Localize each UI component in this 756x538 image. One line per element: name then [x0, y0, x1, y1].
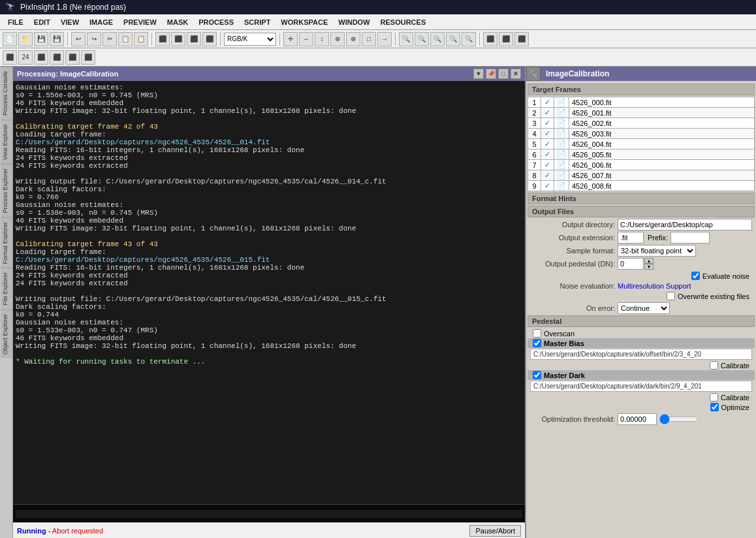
btn5[interactable]: 📋: [134, 32, 148, 46]
master-bias-calibrate-checkbox[interactable]: [710, 361, 718, 370]
master-dark-checkbox[interactable]: [533, 371, 541, 379]
btn11[interactable]: ↔: [299, 32, 313, 46]
side-tab-object-explorer[interactable]: Object Explorer: [1, 309, 12, 358]
console-output[interactable]: Gaussian noise estimates: s0 = 1.556e-00…: [13, 81, 525, 504]
menu-preview[interactable]: PREVIEW: [118, 17, 162, 27]
master-bias-checkbox[interactable]: [533, 339, 541, 347]
side-tab-view-explorer[interactable]: View Explorer: [1, 119, 12, 164]
frame-filename: 4526_004.fit: [569, 139, 755, 150]
btn7[interactable]: ⬛: [171, 32, 185, 46]
menu-file[interactable]: FILE: [3, 17, 29, 27]
btn6[interactable]: ⬛: [155, 32, 170, 46]
pedestal-down-btn[interactable]: ▼: [644, 264, 654, 270]
tb2-btn3[interactable]: ⬛: [34, 50, 48, 65]
side-tab-format-explorer[interactable]: Format Explorer: [1, 217, 12, 268]
running-label[interactable]: Running: [17, 527, 46, 535]
overwrite-checkbox[interactable]: [667, 292, 675, 300]
menu-mask[interactable]: MASK: [162, 17, 193, 27]
output-pedestal-input[interactable]: [618, 258, 644, 270]
frame-num: 1: [528, 97, 541, 108]
evaluate-noise-checkbox[interactable]: [691, 272, 700, 280]
tb2-btn6[interactable]: ⬛: [81, 50, 95, 65]
frame-filename: 4526_008.fit: [569, 181, 755, 191]
console-float-btn[interactable]: □: [498, 69, 509, 79]
btn16[interactable]: →: [377, 32, 392, 46]
sep4: [279, 33, 280, 46]
btn13[interactable]: ⊕: [330, 32, 345, 46]
btn19[interactable]: ⬛: [514, 32, 529, 46]
tb2-btn4[interactable]: ⬛: [50, 50, 64, 65]
btn3[interactable]: ✂: [102, 32, 117, 46]
btn8[interactable]: ⬛: [187, 32, 201, 46]
output-pedestal-label: Output pedestal (DN):: [530, 260, 615, 268]
menu-script[interactable]: SCRIPT: [239, 17, 276, 27]
master-dark-calibrate-checkbox[interactable]: [710, 393, 718, 402]
output-extension-input[interactable]: [618, 232, 644, 244]
frame-filename: 4526_005.fit: [569, 150, 755, 160]
side-tab-file-explorer[interactable]: File Explorer: [1, 268, 12, 309]
tb2-btn5[interactable]: ⬛: [65, 50, 80, 65]
frame-num: 9: [528, 181, 541, 191]
overscan-checkbox[interactable]: [533, 329, 541, 338]
menu-image[interactable]: IMAGE: [84, 17, 118, 27]
menu-view[interactable]: VIEW: [55, 17, 84, 27]
btn18[interactable]: ⬛: [499, 32, 513, 46]
console-dropdown-btn[interactable]: ▼: [473, 69, 484, 79]
console-pin-btn[interactable]: 📌: [486, 69, 496, 79]
console-line-10: 24 FITS keywords extracted: [16, 162, 522, 170]
new-btn[interactable]: 📄: [3, 32, 17, 46]
btn17[interactable]: ⬛: [483, 32, 497, 46]
menu-window[interactable]: WINDOW: [333, 17, 375, 27]
pause-abort-btn[interactable]: Pause/Abort: [469, 525, 521, 537]
tb2-btn2[interactable]: 24: [18, 50, 33, 65]
sample-format-combo[interactable]: 32-bit floating point: [618, 245, 696, 257]
console-titlebar-buttons: ▼ 📌 □ ✕: [473, 69, 521, 79]
frame-check: ✓: [541, 97, 554, 108]
tb2-btn1[interactable]: ⬛: [3, 50, 17, 65]
open-btn[interactable]: 📁: [18, 32, 33, 46]
table-row: 6 ✓ 📄 4526_005.fit: [528, 150, 755, 160]
color-mode-combo[interactable]: RGB/K: [224, 33, 276, 46]
console-close-btn[interactable]: ✕: [511, 69, 521, 79]
table-row: 1 ✓ 📄 4526_000.fit: [528, 97, 755, 108]
master-dark-row: Master Dark: [528, 370, 755, 380]
btn4[interactable]: 📋: [118, 32, 133, 46]
btn12[interactable]: ↕: [315, 32, 329, 46]
on-error-combo[interactable]: Continue: [618, 302, 670, 314]
console-line-1: Gaussian noise estimates:: [16, 84, 522, 91]
master-dark-optimize-checkbox[interactable]: [710, 403, 719, 411]
zoom-in-btn[interactable]: 🔍: [399, 32, 413, 46]
section-output-files: Output Files: [528, 206, 755, 217]
output-directory-input[interactable]: [618, 219, 752, 230]
optimization-threshold-input[interactable]: [618, 413, 657, 425]
optimization-threshold-slider[interactable]: [659, 415, 699, 424]
pedestal-up-btn[interactable]: ▲: [644, 258, 654, 264]
side-tab-process-console[interactable]: Process Console: [1, 67, 12, 119]
menu-process[interactable]: PROCESS: [193, 17, 239, 27]
menu-workspace[interactable]: WORKSPACE: [276, 17, 333, 27]
save-btn[interactable]: 💾: [34, 32, 48, 46]
console-input-field[interactable]: [16, 510, 522, 518]
menu-resources[interactable]: RESOURCES: [375, 17, 432, 27]
zoom-fit-btn[interactable]: 🔍: [430, 32, 445, 46]
zoom-200-btn[interactable]: 🔍: [462, 32, 476, 46]
btn9[interactable]: ⬛: [202, 32, 217, 46]
side-tab-process-explorer[interactable]: Process Explorer: [1, 164, 12, 217]
prefix-input[interactable]: [670, 232, 710, 244]
btn10[interactable]: ✛: [283, 32, 298, 46]
table-row: 9 ✓ 📄 4526_008.fit: [528, 181, 755, 191]
menu-edit[interactable]: EDIT: [29, 17, 55, 27]
btn15[interactable]: □: [362, 32, 376, 46]
btn14[interactable]: ⊗: [346, 32, 360, 46]
zoom-out-btn[interactable]: 🔍: [415, 32, 429, 46]
right-panel: 🔧 ImageCalibration Target Frames 1 ✓ 📄 4…: [526, 67, 756, 538]
redo-btn[interactable]: ↪: [87, 32, 101, 46]
console-line-6: Loading target frame:: [16, 131, 522, 138]
zoom-100-btn[interactable]: 🔍: [446, 32, 460, 46]
frame-filename: 4526_006.fit: [569, 160, 755, 170]
save-as-btn[interactable]: 💾: [50, 32, 64, 46]
frame-num: 5: [528, 139, 541, 150]
console-panel: Processing: ImageCalibration ▼ 📌 □ ✕ Gau…: [13, 67, 526, 538]
undo-btn[interactable]: ↩: [71, 32, 86, 46]
console-line-24: Writing output file: C:/Users/gerard/Des…: [16, 295, 522, 303]
